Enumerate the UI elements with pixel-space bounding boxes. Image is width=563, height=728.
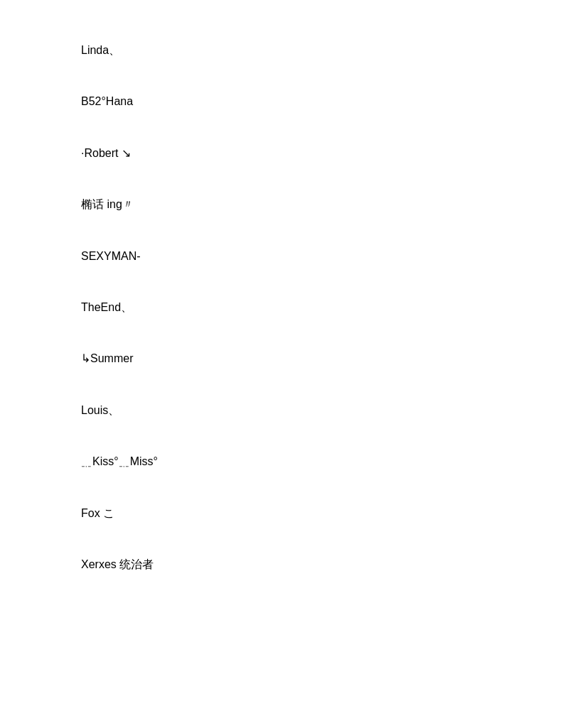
list-item: ﹎Kiss°﹎Miss° [81, 454, 563, 469]
list-item: SEXYMAN- [81, 249, 563, 264]
list-item: 椭话 ing〃 [81, 197, 563, 212]
list-item: Louis、 [81, 403, 563, 418]
list-item: Fox こ [81, 506, 563, 521]
list-item: ↳Summer [81, 351, 563, 366]
list-item: ·Robert ↘ [81, 146, 563, 161]
names-list: Linda、B52°Hana·Robert ↘椭话 ing〃SEXYMAN-Th… [0, 0, 563, 651]
list-item: Linda、 [81, 43, 563, 58]
list-item: TheEnd、 [81, 300, 563, 315]
list-item: Xerxes 统治者 [81, 557, 563, 572]
list-item: B52°Hana [81, 94, 563, 109]
